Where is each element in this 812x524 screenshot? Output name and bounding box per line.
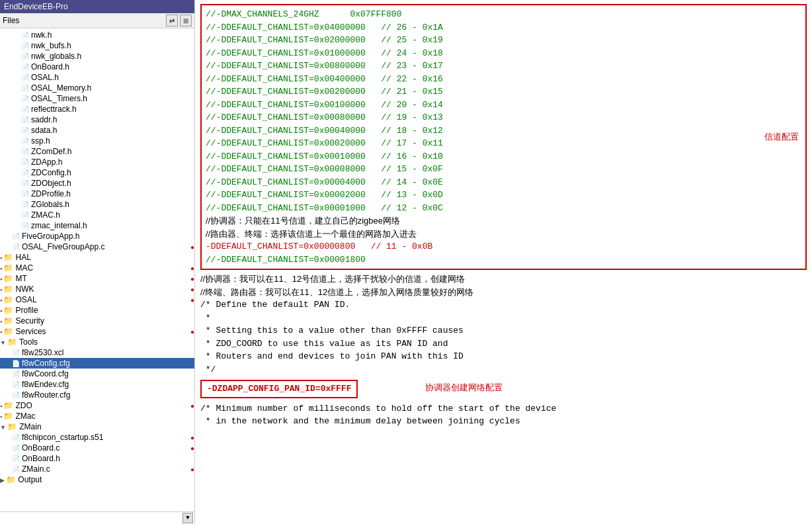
- file-icon: 📄: [12, 381, 20, 388]
- list-item-f8wrouter[interactable]: 📄f8wRouter.cfg: [0, 390, 194, 400]
- code-line: //-DDEFAULT_CHANLIST=0x00400000 // 22 - …: [206, 73, 801, 86]
- file-icon: 📄: [12, 392, 20, 399]
- pan-id-box: -DZDAPP_CONFIG_PAN_ID=0xFFFF: [200, 380, 358, 398]
- file-icon: 📄: [21, 106, 29, 113]
- code-line: //路由器、终端：选择该信道上一个最佳的网路加入进去: [206, 228, 801, 241]
- list-item-f8wconfig[interactable]: 📄f8wConfig.cfg: [0, 358, 194, 369]
- sidebar-item-osal[interactable]: ▪📁 OSAL ●: [0, 294, 194, 305]
- list-item[interactable]: 📄OSAL_Memory.h: [0, 83, 194, 93]
- files-label: Files: [3, 16, 19, 25]
- dot-red: ●: [190, 434, 194, 441]
- expand-icon: ▪: [0, 318, 2, 325]
- list-item[interactable]: 📄OnBoard.h: [0, 62, 194, 72]
- sidebar-item-hal[interactable]: ▪📁 HAL: [0, 252, 194, 263]
- expand-icon: ▪: [0, 414, 2, 420]
- list-item-cstartup[interactable]: 📄f8chipcon_cstartup.s51 ●: [0, 432, 194, 443]
- list-item-zmain-c[interactable]: 📄ZMain.c ●: [0, 464, 194, 474]
- sidebar-item-mt[interactable]: ▪📁 MT ●: [0, 273, 194, 284]
- list-item-f8wcoord[interactable]: 📄f8wCoord.cfg: [0, 369, 194, 379]
- code-line: //-DDEFAULT_CHANLIST=0x00010000 // 16 - …: [206, 150, 801, 163]
- code-line: */: [200, 363, 807, 376]
- toolbar-icons: ⇄ ⊞: [166, 15, 192, 26]
- list-item[interactable]: 📄ZDApp.h: [0, 157, 194, 167]
- sidebar-item-zmain[interactable]: ▼📁 ZMain: [0, 421, 194, 432]
- sidebar-item-security[interactable]: ▪📁 Security: [0, 316, 194, 326]
- list-item[interactable]: 📄ZDObject.h: [0, 178, 194, 189]
- list-item[interactable]: 📄saddr.h: [0, 114, 194, 125]
- expand-icon: ▪: [0, 276, 2, 283]
- list-item[interactable]: 📄ZGlobals.h: [0, 199, 194, 210]
- list-item[interactable]: 📄FiveGroupApp.h: [0, 231, 194, 241]
- code-line: //-DDEFAULT_CHANLIST=0x00020000 // 17 - …: [206, 137, 801, 150]
- file-icon: 📄: [12, 349, 20, 357]
- file-icon: 📄: [21, 74, 29, 81]
- list-item[interactable]: 📄OSAL_Timers.h: [0, 93, 194, 104]
- list-item[interactable]: 📄reflecttrack.h: [0, 104, 194, 114]
- code-line: //-DDEFAULT_CHANLIST=0x01000000 // 24 - …: [206, 47, 801, 60]
- sidebar-item-services[interactable]: ▪📁 Services ●: [0, 326, 194, 337]
- channel-config-section: 信道配置 //-DMAX_CHANNELS_24GHZ 0x07FFF800 /…: [200, 4, 807, 270]
- file-icon: 📄: [21, 42, 29, 50]
- code-line: *: [200, 312, 807, 325]
- dot-red: ●: [190, 445, 194, 452]
- code-line: /* Minimum number of milliseconds to hol…: [200, 402, 807, 415]
- file-icon: 📄: [12, 233, 20, 240]
- code-line: //-DDEFAULT_CHANLIST=0x00002000 // 13 - …: [206, 189, 801, 202]
- sidebar-item-zdo[interactable]: ▪📁 ZDO ●: [0, 400, 194, 411]
- scroll-down-btn[interactable]: ▼: [183, 513, 193, 523]
- list-item[interactable]: 📄nwk.h: [0, 30, 194, 40]
- file-icon: 📄: [21, 180, 29, 187]
- code-line: //-DDEFAULT_CHANLIST=0x04000000 // 26 - …: [206, 21, 801, 34]
- list-item-f8w2530[interactable]: 📄f8w2530.xcl: [0, 347, 194, 358]
- sidebar-item-tools[interactable]: ▼📁 Tools: [0, 337, 194, 347]
- sidebar-item-mac[interactable]: ▪📁 MAC ●: [0, 263, 194, 273]
- list-item[interactable]: 📄ZDProfile.h: [0, 189, 194, 199]
- dot-red: ●: [190, 286, 194, 293]
- list-item[interactable]: 📄OSAL_FiveGroupApp.c ●: [0, 241, 194, 252]
- expand-icon: ▪: [0, 308, 2, 314]
- toolbar-btn-2[interactable]: ⊞: [180, 15, 192, 26]
- code-line: //-DDEFAULT_CHANLIST=0x00001000 // 12 - …: [206, 202, 801, 215]
- dot-red: ●: [190, 265, 194, 272]
- sidebar-item-output[interactable]: ▶📁 Output: [0, 474, 194, 485]
- expand-icon: ▶: [0, 477, 5, 484]
- main-content: 信道配置 //-DMAX_CHANNELS_24GHZ 0x07FFF800 /…: [195, 0, 812, 524]
- code-editor[interactable]: 信道配置 //-DMAX_CHANNELS_24GHZ 0x07FFF800 /…: [195, 0, 812, 524]
- dot-red: ●: [190, 402, 194, 410]
- list-item[interactable]: 📄nwk_globals.h: [0, 51, 194, 62]
- list-item-onboard-c[interactable]: 📄OnBoard.c ●: [0, 443, 194, 453]
- code-line: * Routers and end devices to join PAN wi…: [200, 350, 807, 363]
- list-item[interactable]: 📄OSAL.h: [0, 72, 194, 83]
- list-item[interactable]: 📄ssp.h: [0, 136, 194, 146]
- list-item[interactable]: 📄sdata.h: [0, 125, 194, 136]
- code-line: //-DDEFAULT_CHANLIST=0x00080000 // 19 - …: [206, 111, 801, 124]
- sidebar-item-profile[interactable]: ▪📁 Profile: [0, 305, 194, 316]
- dot-red: ●: [190, 275, 194, 283]
- list-item[interactable]: 📄zmac_internal.h: [0, 220, 194, 231]
- code-line: /* Define the default PAN ID.: [200, 298, 807, 312]
- file-icon: 📄: [12, 360, 20, 367]
- sidebar-item-nwk[interactable]: ▪📁 NWK ●: [0, 284, 194, 294]
- file-icon: 📄: [12, 466, 20, 473]
- list-item[interactable]: 📄ZDConfig.h: [0, 167, 194, 178]
- code-line: //-DDEFAULT_CHANLIST=0x00004000 // 14 - …: [206, 176, 801, 189]
- file-icon: 📄: [12, 371, 20, 378]
- code-line: //-DDEFAULT_CHANLIST=0x00008000 // 15 - …: [206, 163, 801, 176]
- files-toolbar: Files ⇄ ⊞: [0, 13, 194, 28]
- list-item-onboard-h[interactable]: 📄OnBoard.h: [0, 453, 194, 464]
- sidebar-item-zmac[interactable]: ▪📁 ZMac: [0, 411, 194, 421]
- list-item[interactable]: 📄nwk_bufs.h: [0, 40, 194, 51]
- list-item[interactable]: 📄ZMAC.h: [0, 210, 194, 220]
- expand-icon: ▼: [0, 339, 6, 346]
- list-item-f8wendev[interactable]: 📄f8wEndev.cfg: [0, 379, 194, 390]
- file-icon: 📄: [21, 32, 29, 39]
- pan-id-section: -DZDAPP_CONFIG_PAN_ID=0xFFFF 协调器创建网络配置: [200, 380, 807, 398]
- dot-red: ●: [190, 466, 194, 473]
- file-tree: 📄nwk.h 📄nwk_bufs.h 📄nwk_globals.h 📄OnBoa…: [0, 28, 194, 511]
- file-icon: 📄: [21, 148, 29, 155]
- code-line: //-DDEFAULT_CHANLIST=0x00100000 // 20 - …: [206, 99, 801, 112]
- toolbar-btn-1[interactable]: ⇄: [166, 15, 178, 26]
- file-icon: 📄: [21, 191, 29, 198]
- list-item[interactable]: 📄ZComDef.h: [0, 146, 194, 157]
- channel-annotation: 信道配置: [764, 130, 799, 144]
